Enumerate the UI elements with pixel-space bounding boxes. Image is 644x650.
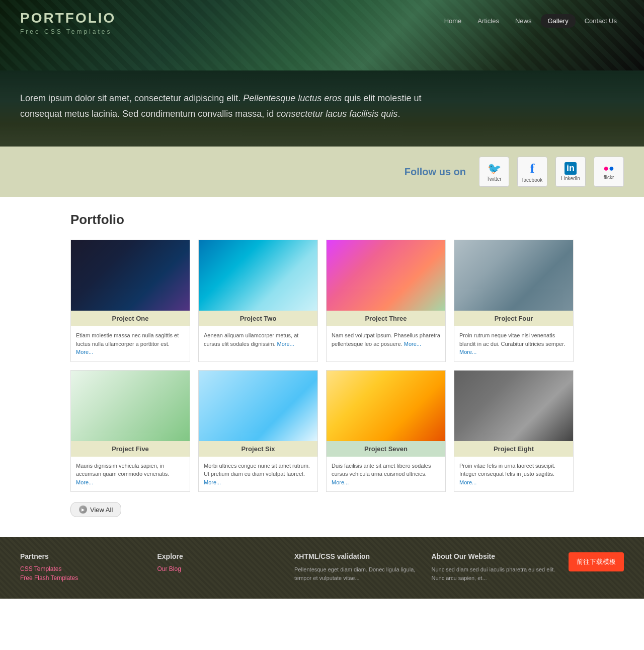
linkedin-label: LinkedIn [561, 176, 580, 181]
header: PORTFOLIO Free CSS Templates Home Articl… [0, 0, 644, 70]
project-five-image [71, 371, 190, 441]
footer: Partners CSS Templates Free Flash Templa… [0, 537, 644, 599]
main-nav: Home Articles News Gallery Contact Us [437, 14, 624, 28]
footer-cta-button[interactable]: 前往下载模板 [569, 552, 624, 571]
nav-contact[interactable]: Contact Us [578, 14, 624, 28]
project-eight-image [454, 371, 573, 441]
project-six-image [199, 371, 317, 441]
facebook-icon: f [530, 161, 535, 176]
nav-news[interactable]: News [508, 14, 539, 28]
footer-explore-title: Explore [157, 552, 285, 560]
project-three-desc: Nam sed volutpat ipsum. Phasellus pharet… [327, 326, 445, 353]
project-eight-desc: Proin vitae felis in urna laoreet suscip… [454, 457, 573, 492]
project-six-more[interactable]: More... [204, 479, 221, 485]
footer-partners-title: Partners [20, 552, 147, 560]
project-eight-more[interactable]: More... [459, 479, 476, 485]
project-four-more[interactable]: More... [459, 349, 476, 355]
portfolio-title: Portfolio [70, 212, 574, 228]
play-icon: ▶ [79, 505, 87, 514]
project-four-desc: Proin rutrum neque vitae nisi venenatis … [454, 326, 573, 362]
flickr-social-icon[interactable]: ●● flickr [594, 157, 624, 187]
hero-text: Lorem ipsum dolor sit amet, consectetur … [20, 91, 423, 121]
flickr-icon: ●● [603, 163, 614, 174]
twitter-icon: 🐦 [488, 162, 501, 175]
logo-title: PORTFOLIO [20, 10, 116, 26]
footer-xhtml-text: Pellentesque eget diam diam. Donec ligul… [294, 565, 422, 582]
project-one-desc: Etiam molestie massa nec nulla sagittis … [71, 326, 190, 362]
hero-section: Lorem ipsum dolor sit amet, consectetur … [0, 70, 644, 147]
footer-about-title: About Our Website [432, 552, 559, 560]
project-five-desc: Mauris dignissim vehicula sapien, in acc… [71, 457, 190, 492]
project-eight-title: Project Eight [454, 441, 573, 457]
project-seven-more[interactable]: More... [332, 479, 349, 485]
footer-about: About Our Website Nunc sed diam sed dui … [432, 552, 559, 582]
project-card-three: Project Three Nam sed volutpat ipsum. Ph… [326, 240, 446, 362]
nav-articles[interactable]: Articles [470, 14, 506, 28]
logo-area: PORTFOLIO Free CSS Templates [20, 10, 116, 35]
view-all-label: View All [90, 506, 113, 514]
footer-xhtml-title: XHTML/CSS validation [294, 552, 422, 560]
project-two-desc: Aenean aliquam ullamcorper metus, at cur… [199, 326, 317, 353]
project-six-desc: Morbi ultrices congue nunc sit amet rutr… [199, 457, 317, 492]
footer-partners-link-1[interactable]: CSS Templates [20, 565, 147, 572]
project-card-eight: Project Eight Proin vitae felis in urna … [454, 370, 574, 492]
project-seven-title: Project Seven [327, 441, 445, 457]
project-three-more[interactable]: More... [404, 341, 421, 347]
linkedin-social-icon[interactable]: in LinkedIn [555, 157, 586, 187]
project-card-two: Project Two Aenean aliquam ullamcorper m… [198, 240, 318, 362]
project-six-title: Project Six [199, 441, 317, 457]
logo-subtitle: Free CSS Templates [20, 28, 116, 35]
view-all-button[interactable]: ▶ View All [70, 502, 121, 517]
project-card-four: Project Four Proin rutrum neque vitae ni… [454, 240, 574, 362]
project-seven-image [327, 371, 445, 441]
project-card-seven: Project Seven Duis facilisis ante sit am… [326, 370, 446, 492]
nav-home[interactable]: Home [437, 14, 469, 28]
portfolio-grid: Project One Etiam molestie massa nec nul… [70, 240, 574, 492]
linkedin-icon: in [565, 162, 577, 175]
project-two-image [199, 240, 317, 311]
project-card-one: Project One Etiam molestie massa nec nul… [70, 240, 190, 362]
project-one-more[interactable]: More... [76, 349, 93, 355]
nav-gallery[interactable]: Gallery [541, 14, 576, 28]
twitter-label: Twitter [487, 176, 501, 182]
project-card-six: Project Six Morbi ultrices congue nunc s… [198, 370, 318, 492]
project-two-title: Project Two [199, 311, 317, 326]
footer-explore-link-1[interactable]: Our Blog [157, 565, 285, 572]
twitter-social-icon[interactable]: 🐦 Twitter [479, 157, 509, 187]
project-five-title: Project Five [71, 441, 190, 457]
footer-explore: Explore Our Blog [157, 552, 285, 574]
footer-about-text: Nunc sed diam sed dui iaculis pharetra e… [432, 565, 559, 582]
footer-cta: 前往下载模板 [569, 552, 624, 571]
footer-partners-link-2[interactable]: Free Flash Templates [20, 574, 147, 582]
project-five-more[interactable]: More... [76, 479, 93, 485]
footer-partners: Partners CSS Templates Free Flash Templa… [20, 552, 147, 584]
project-three-image [327, 240, 445, 311]
project-one-title: Project One [71, 311, 190, 326]
flickr-label: flickr [604, 175, 614, 180]
project-card-five: Project Five Mauris dignissim vehicula s… [70, 370, 190, 492]
facebook-label: facebook [522, 177, 543, 183]
project-three-title: Project Three [327, 311, 445, 326]
project-two-more[interactable]: More... [277, 341, 294, 347]
project-four-title: Project Four [454, 311, 573, 326]
facebook-social-icon[interactable]: f facebook [517, 157, 547, 187]
follow-label: Follow us on [405, 166, 466, 178]
project-seven-desc: Duis facilisis ante sit amet libero soda… [327, 457, 445, 492]
footer-xhtml: XHTML/CSS validation Pellentesque eget d… [294, 552, 422, 582]
follow-bar: Follow us on 🐦 Twitter f facebook in Lin… [0, 147, 644, 197]
portfolio-section: Portfolio Project One Etiam molestie mas… [0, 197, 644, 537]
project-four-image [454, 240, 573, 311]
project-one-image [71, 240, 190, 311]
